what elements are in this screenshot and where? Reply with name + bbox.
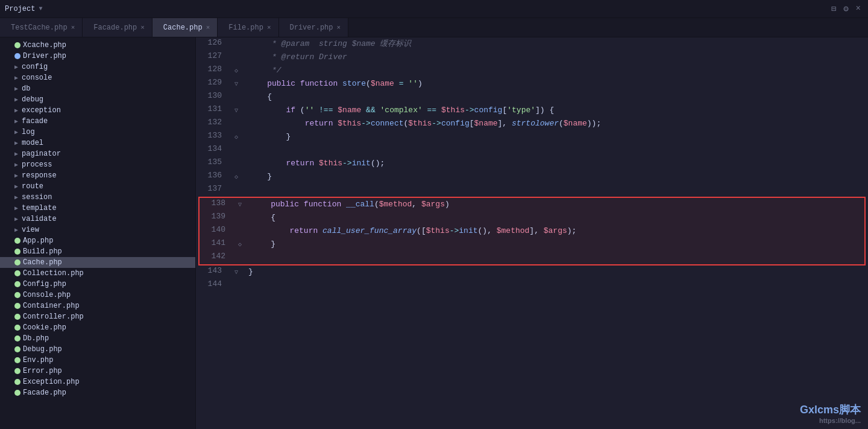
sidebar-file-xcache[interactable]: Xcache.php — [0, 40, 195, 51]
code-line-143: 143 ▽ } — [196, 265, 868, 279]
db-file-icon — [14, 335, 20, 342]
sidebar-folder-validate[interactable]: ▶ validate — [0, 214, 195, 224]
env-file-icon — [14, 357, 20, 363]
fold-icon-138[interactable]: ▽ — [238, 201, 242, 208]
fold-icon-133[interactable]: ◇ — [234, 133, 238, 141]
sidebar-file-debug[interactable]: Debug.php — [0, 344, 195, 355]
code-line-141: 141 ◇ } — [200, 238, 864, 251]
tab-file[interactable]: File.php × — [218, 18, 278, 37]
db-expand-icon: ▶ — [14, 85, 18, 92]
settings-icon[interactable]: ⚙ — [841, 2, 851, 15]
tab-file-close[interactable]: × — [267, 24, 271, 31]
sidebar-folder-model[interactable]: ▶ model — [0, 138, 195, 148]
tab-cache[interactable]: Cache.php × — [153, 18, 218, 37]
sidebar-folder-process[interactable]: ▶ process — [0, 159, 195, 170]
sidebar: Xcache.php Driver.php ▶ config ▶ console… — [0, 37, 196, 429]
fold-icon-141[interactable]: ◇ — [238, 241, 242, 248]
cache-filename: Cache.php — [23, 258, 62, 267]
code-line-130: 130 { — [196, 91, 868, 104]
sidebar-file-config[interactable]: Config.php — [0, 279, 195, 290]
exception-expand-icon: ▶ — [14, 107, 18, 114]
code-line-139: 139 { — [200, 211, 864, 224]
build-file-icon — [14, 249, 20, 255]
sidebar-file-driver[interactable]: Driver.php — [0, 51, 195, 62]
code-line-137: 137 — [196, 183, 868, 197]
tab-facade-label: Facade.php — [93, 24, 137, 32]
sidebar-file-exception[interactable]: Exception.php — [0, 377, 195, 387]
tab-driver[interactable]: Driver.php × — [279, 18, 349, 37]
debug-expand-icon: ▶ — [14, 96, 18, 103]
title-bar-icons: ⊟ ⚙ × — [829, 2, 863, 15]
sidebar-folder-route[interactable]: ▶ route — [0, 181, 195, 192]
template-expand-icon: ▶ — [14, 205, 18, 212]
fold-icon-136[interactable]: ◇ — [234, 173, 238, 180]
folder-log-label: log — [22, 128, 35, 136]
sidebar-file-controller[interactable]: Controller.php — [0, 311, 195, 322]
sidebar-folder-facade[interactable]: ▶ facade — [0, 116, 195, 127]
sidebar-folder-view[interactable]: ▶ view — [0, 224, 195, 235]
fold-icon-143[interactable]: ▽ — [234, 269, 238, 276]
sidebar-file-container[interactable]: Container.php — [0, 300, 195, 311]
sidebar-folder-session[interactable]: ▶ session — [0, 192, 195, 203]
xcache-filename: Xcache.php — [23, 41, 66, 49]
log-expand-icon: ▶ — [14, 129, 18, 136]
collection-file-icon — [14, 270, 20, 276]
sidebar-folder-paginator[interactable]: ▶ paginator — [0, 148, 195, 159]
error-filename: Error.php — [23, 367, 62, 375]
fold-icon-128[interactable]: ◇ — [234, 67, 238, 74]
error-file-icon — [14, 368, 20, 374]
sidebar-folder-db[interactable]: ▶ db — [0, 83, 195, 94]
sidebar-file-cookie[interactable]: Cookie.php — [0, 322, 195, 333]
config-file-icon — [14, 281, 20, 287]
tab-testcache-close[interactable]: × — [71, 24, 75, 31]
code-line-136: 136 ◇ } — [196, 170, 868, 183]
exception-file-icon — [14, 379, 20, 385]
tab-driver-label: Driver.php — [290, 24, 333, 32]
sidebar-folder-debug[interactable]: ▶ debug — [0, 94, 195, 105]
sidebar-file-cache[interactable]: Cache.php — [0, 257, 195, 268]
sidebar-folder-config[interactable]: ▶ config — [0, 62, 195, 72]
sidebar-folder-console[interactable]: ▶ console — [0, 72, 195, 83]
folder-db-label: db — [22, 84, 30, 93]
sidebar-folder-log[interactable]: ▶ log — [0, 127, 195, 138]
sidebar-file-collection[interactable]: Collection.php — [0, 268, 195, 279]
sidebar-file-env[interactable]: Env.php — [0, 355, 195, 366]
validate-expand-icon: ▶ — [14, 215, 18, 223]
code-line-144: 144 — [196, 279, 868, 292]
tab-testcache[interactable]: TestCache.php × — [0, 18, 83, 37]
config-filename: Config.php — [23, 280, 66, 288]
driver-filename: Driver.php — [23, 52, 66, 60]
folder-console-label: console — [22, 74, 52, 82]
project-arrow: ▼ — [39, 5, 42, 12]
sidebar-folder-response[interactable]: ▶ response — [0, 170, 195, 181]
code-line-131: 131 ▽ if ('' !== $name && 'complex' == $… — [196, 104, 868, 117]
sidebar-file-app[interactable]: App.php — [0, 235, 195, 246]
tab-facade-close[interactable]: × — [140, 24, 145, 31]
session-expand-icon: ▶ — [14, 194, 18, 201]
config-expand-icon: ▶ — [14, 63, 18, 71]
fold-icon-129[interactable]: ▽ — [234, 80, 238, 87]
sidebar-file-error[interactable]: Error.php — [0, 366, 195, 377]
sidebar-file-build[interactable]: Build.php — [0, 246, 195, 257]
folder-facade-label: facade — [22, 117, 48, 126]
paginator-expand-icon: ▶ — [14, 150, 18, 157]
tab-testcache-label: TestCache.php — [11, 24, 68, 32]
sidebar-file-console[interactable]: Console.php — [0, 290, 195, 300]
arrange-icon[interactable]: ⊟ — [829, 2, 838, 15]
project-label[interactable]: Project — [5, 5, 35, 13]
tab-facade[interactable]: Facade.php × — [83, 18, 153, 37]
tab-cache-close[interactable]: × — [206, 24, 210, 31]
build-filename: Build.php — [23, 247, 62, 256]
tab-driver-close[interactable]: × — [337, 24, 341, 31]
cache-file-icon — [14, 259, 20, 265]
tab-file-label: File.php — [228, 24, 263, 32]
fold-icon-131[interactable]: ▽ — [234, 107, 238, 114]
sidebar-file-db[interactable]: Db.php — [0, 333, 195, 344]
sidebar-folder-template[interactable]: ▶ template — [0, 203, 195, 214]
folder-route-label: route — [22, 182, 43, 191]
close-icon[interactable]: × — [854, 2, 863, 15]
sidebar-file-facade[interactable]: Facade.php — [0, 387, 195, 398]
env-filename: Env.php — [23, 356, 53, 364]
code-editor[interactable]: 126 * @param string $name 缓存标识 127 * @re… — [196, 37, 868, 429]
sidebar-folder-exception[interactable]: ▶ exception — [0, 105, 195, 116]
